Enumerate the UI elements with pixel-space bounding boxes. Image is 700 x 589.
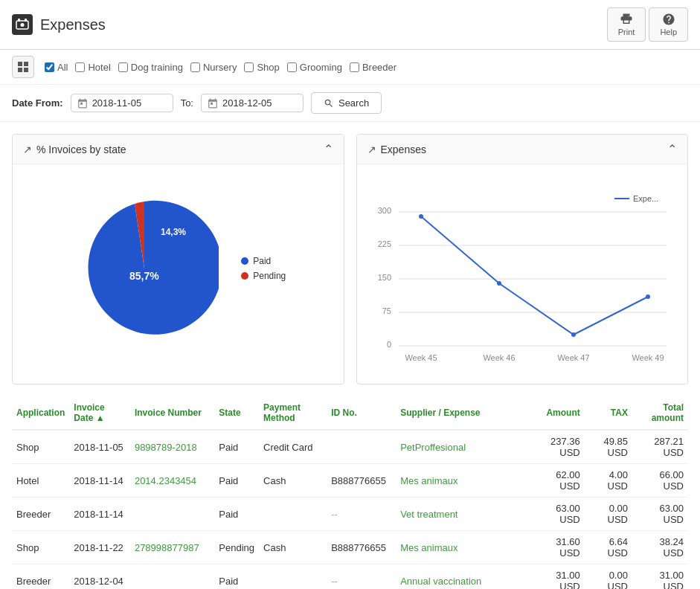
filter-all[interactable]: All xyxy=(45,62,68,73)
print-button[interactable]: Print xyxy=(607,7,646,42)
table-link[interactable]: Mes animaux xyxy=(400,542,457,553)
table-cell xyxy=(259,564,327,590)
table-link[interactable]: PetProffesional xyxy=(400,442,466,453)
col-total-amount[interactable]: Total amount xyxy=(632,396,688,430)
filter-all-checkbox[interactable] xyxy=(45,62,54,72)
table-row: Shop2018-11-22278998877987PendingCashB88… xyxy=(12,531,688,564)
table-cell[interactable]: Mes animaux xyxy=(396,531,530,564)
table-row: Breeder2018-12-04Paid--Annual vaccinatio… xyxy=(12,564,688,590)
filter-shop[interactable]: Shop xyxy=(244,62,279,73)
svg-text:Week 46: Week 46 xyxy=(483,353,515,362)
table-link[interactable]: 2014.2343454 xyxy=(135,475,196,486)
table-cell: 49.85 USD xyxy=(585,430,632,464)
calendar-from-icon xyxy=(77,98,88,109)
table-link[interactable]: 9898789-2018 xyxy=(135,442,197,453)
table-cell[interactable]: 2014.2343454 xyxy=(130,464,214,498)
invoices-chart-card: ↗ % Invoices by state ⌃ 85,7% 14,3% xyxy=(12,134,344,384)
table-cell: Credit Card xyxy=(259,430,327,464)
filter-hotel[interactable]: Hotel xyxy=(75,62,110,73)
svg-text:Week 45: Week 45 xyxy=(405,353,437,362)
col-tax[interactable]: TAX xyxy=(585,396,632,430)
expenses-chart-body: 0 75 150 225 300 Week 45 Week 46 Week 47… xyxy=(357,164,688,384)
svg-rect-4 xyxy=(18,62,22,66)
table-cell: 0.00 USD xyxy=(585,498,632,531)
expenses-table: Application Invoice Date ▲ Invoice Numbe… xyxy=(12,396,688,589)
table-cell[interactable]: PetProffesional xyxy=(396,430,530,464)
filter-shop-checkbox[interactable] xyxy=(244,62,254,72)
filter-grooming-checkbox[interactable] xyxy=(287,62,297,72)
table-cell: 6.64 USD xyxy=(585,531,632,564)
invoices-chart-collapse[interactable]: ⌃ xyxy=(324,142,333,156)
date-to-input[interactable] xyxy=(222,97,297,109)
expenses-chart-title: ↗ Expenses xyxy=(367,144,426,155)
col-amount[interactable]: Amount xyxy=(530,396,584,430)
date-to-label: To: xyxy=(181,97,193,109)
table-cell[interactable]: Vet treatment xyxy=(396,498,530,531)
table-cell: 0.00 USD xyxy=(585,564,632,590)
table-link[interactable]: Vet treatment xyxy=(400,509,457,520)
svg-text:300: 300 xyxy=(377,206,391,215)
svg-rect-6 xyxy=(18,68,22,72)
filter-nursery[interactable]: Nursery xyxy=(190,62,237,73)
table-row: Hotel2018-11-142014.2343454PaidCashB8887… xyxy=(12,464,688,498)
table-link[interactable]: Mes animaux xyxy=(400,475,457,486)
col-payment-method[interactable]: Payment Method xyxy=(259,396,327,430)
filter-hotel-checkbox[interactable] xyxy=(75,62,85,72)
table-cell[interactable]: Mes animaux xyxy=(396,464,530,498)
svg-text:14,3%: 14,3% xyxy=(161,227,186,237)
table-cell[interactable]: 9898789-2018 xyxy=(130,430,214,464)
col-invoice-number[interactable]: Invoice Number xyxy=(130,396,214,430)
filter-dog-training[interactable]: Dog training xyxy=(118,62,183,73)
table-cell[interactable]: Annual vaccination xyxy=(396,564,530,590)
table-cell: 31.00 USD xyxy=(530,564,584,590)
help-button[interactable]: Help xyxy=(649,7,688,42)
date-to-input-wrap xyxy=(201,94,304,112)
date-from-input[interactable] xyxy=(92,97,167,109)
filter-dog-training-checkbox[interactable] xyxy=(118,62,128,72)
col-state[interactable]: State xyxy=(214,396,259,430)
table-cell: 237.36 USD xyxy=(530,430,584,464)
table-cell xyxy=(130,498,214,531)
expenses-chart-collapse[interactable]: ⌃ xyxy=(667,142,677,156)
table-cell: Breeder xyxy=(12,564,69,590)
table-row: Shop2018-11-059898789-2018PaidCredit Car… xyxy=(12,430,688,464)
legend-paid: Paid xyxy=(241,256,286,266)
expenses-chart-header: ↗ Expenses ⌃ xyxy=(357,135,688,164)
table-cell[interactable]: 278998877987 xyxy=(130,531,214,564)
table-cell: 2018-11-14 xyxy=(69,498,130,531)
table-header-row: Application Invoice Date ▲ Invoice Numbe… xyxy=(12,396,688,430)
trend-icon-expenses: ↗ xyxy=(367,144,376,155)
filter-nursery-checkbox[interactable] xyxy=(190,62,200,72)
filter-breeder[interactable]: Breeder xyxy=(350,62,396,73)
table-cell xyxy=(259,498,327,531)
table-cell: 63.00 USD xyxy=(530,498,584,531)
table-cell: Hotel xyxy=(12,464,69,498)
svg-point-24 xyxy=(419,214,423,219)
col-id-no[interactable]: ID No. xyxy=(327,396,396,430)
svg-text:Week 47: Week 47 xyxy=(557,353,589,362)
table-cell: 2018-11-14 xyxy=(69,464,130,498)
page-header: Expenses Print Help xyxy=(0,0,700,50)
table-cell: 2018-11-22 xyxy=(69,531,130,564)
header-left: Expenses xyxy=(12,14,106,35)
search-button[interactable]: Search xyxy=(311,92,382,114)
table-cell: 63.00 USD xyxy=(632,498,688,531)
table-link[interactable]: Annual vaccination xyxy=(400,576,481,587)
table-cell: 38.24 USD xyxy=(632,531,688,564)
table-row: Breeder2018-11-14Paid--Vet treatment63.0… xyxy=(12,498,688,531)
date-from-input-wrap xyxy=(71,94,173,112)
col-application[interactable]: Application xyxy=(12,396,69,430)
col-invoice-date[interactable]: Invoice Date ▲ xyxy=(69,396,130,430)
col-supplier[interactable]: Supplier / Expense xyxy=(396,396,530,430)
table-cell: 287.21 USD xyxy=(632,430,688,464)
grid-view-button[interactable] xyxy=(12,56,34,78)
filter-grooming[interactable]: Grooming xyxy=(287,62,342,73)
table-cell: Breeder xyxy=(12,498,69,531)
table-cell: Cash xyxy=(259,531,327,564)
pie-legend: Paid Pending xyxy=(241,256,286,281)
filter-breeder-checkbox[interactable] xyxy=(350,62,359,72)
table-cell: 66.00 USD xyxy=(632,464,688,498)
date-filter-bar: Date From: To: Search xyxy=(0,85,700,122)
table-link[interactable]: 278998877987 xyxy=(135,542,199,553)
svg-point-1 xyxy=(21,23,25,27)
